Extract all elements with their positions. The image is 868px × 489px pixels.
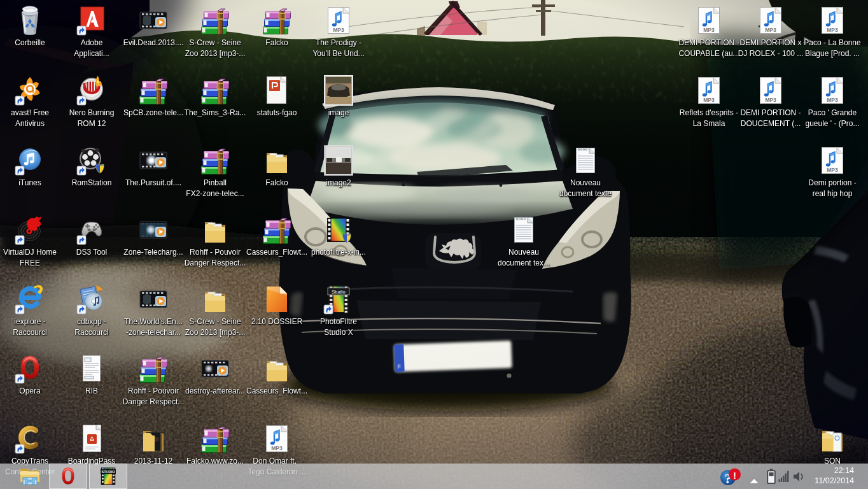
svg-text:MP3: MP3 [703, 27, 715, 33]
svg-text:MP3: MP3 [703, 97, 715, 103]
svg-text:MP3: MP3 [765, 27, 776, 33]
svg-text:MP3: MP3 [827, 97, 838, 103]
svg-text:STUDIO: STUDIO [101, 470, 115, 474]
svg-text:MP3: MP3 [333, 27, 344, 33]
svg-text:MP3: MP3 [827, 167, 838, 173]
svg-text:MP3: MP3 [827, 27, 838, 33]
svg-text:Studio: Studio [332, 289, 345, 295]
svg-text:MP3: MP3 [271, 445, 283, 451]
svg-text:MP3: MP3 [765, 97, 776, 103]
svg-text:!: ! [733, 470, 736, 481]
